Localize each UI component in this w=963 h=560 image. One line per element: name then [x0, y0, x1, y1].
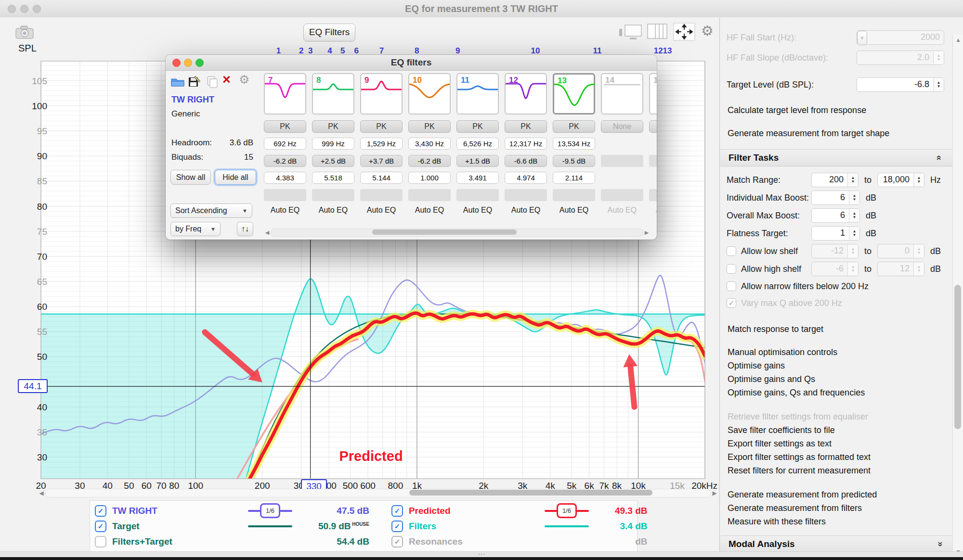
panel-action-export-filter-settings-as-formatted-text[interactable]: Export filter settings as formatted text	[728, 451, 944, 463]
filter-curve-thumbnail[interactable]: 13	[553, 73, 595, 115]
strip-scroll-right-icon[interactable]: ▶	[643, 229, 650, 236]
trace-checkbox[interactable]	[95, 536, 106, 547]
auto-eq-button[interactable]: Auto EQ	[312, 206, 354, 215]
strip-scroll-thumb[interactable]	[372, 229, 517, 235]
stepper-arrows-icon[interactable]: ▲▼	[913, 173, 924, 187]
panel-value-field[interactable]: -6.8▲▼	[857, 77, 944, 92]
panel-value-field[interactable]: 200▲▼	[811, 173, 859, 187]
checkbox[interactable]	[727, 281, 736, 291]
vscroll-thumb[interactable]	[954, 285, 961, 429]
panel-action-generate-measurement-from-filters[interactable]: Generate measurement from filters	[728, 502, 944, 514]
stepper-arrows-icon[interactable]: ▲▼	[933, 78, 944, 91]
chart-horizontal-scrollbar[interactable]: ◀ ▶	[38, 489, 718, 497]
filter-curve-thumbnail[interactable]: 9	[360, 73, 403, 115]
collapse-chevron-icon[interactable]: «	[935, 155, 945, 161]
filter-gain-field[interactable]: +2.5 dB	[312, 155, 354, 167]
panel-value-field[interactable]: 1▲▼	[811, 226, 860, 241]
filter-type-button[interactable]	[649, 120, 657, 133]
trace-checkbox[interactable]: ✓	[391, 521, 403, 532]
sort-by-select[interactable]: by Freq▼	[170, 222, 221, 236]
filter-curve-thumbnail[interactable]: 7	[264, 73, 306, 115]
filter-q-field[interactable]: 4.974	[505, 172, 547, 184]
auto-eq-button[interactable]: Auto EQ	[408, 206, 451, 215]
filter-q-field[interactable]: 5.518	[312, 172, 354, 184]
filter-q-field[interactable]: 4.383	[264, 172, 306, 184]
panel-vertical-scrollbar[interactable]: ▲ ▼	[952, 35, 963, 557]
settings-gear-icon[interactable]: ⚙	[701, 21, 714, 40]
filter-type-button[interactable]: PK	[360, 120, 403, 133]
filter-curve-thumbnail[interactable]: 14	[601, 73, 643, 115]
filter-curve-thumbnail[interactable]: 11	[456, 73, 499, 115]
filter-type-button[interactable]: PK	[264, 120, 306, 133]
filter-type-button[interactable]: PK	[505, 120, 547, 133]
copy-icon[interactable]	[206, 76, 219, 88]
filter-strip-scrollbar[interactable]: ◀ ▶	[264, 229, 650, 237]
filter-q-field[interactable]: 2.114	[553, 172, 595, 184]
sort-apply-button[interactable]: ↑↓	[237, 222, 253, 236]
expand-chevron-icon[interactable]: «	[935, 542, 945, 547]
checkbox[interactable]	[727, 246, 736, 256]
panel-action-match-response-to-target[interactable]: Match response to target	[728, 323, 944, 335]
eq-filters-button[interactable]: EQ Filters	[303, 24, 355, 41]
panel-value-field[interactable]: 6▲▼	[811, 191, 860, 205]
open-folder-icon[interactable]	[170, 76, 185, 88]
panel-action-optimise-gains-qs-and-frequencies[interactable]: Optimise gains, Qs and frequencies	[728, 386, 944, 399]
stepper-arrows-icon[interactable]: ▲▼	[849, 227, 859, 240]
filter-gain-field[interactable]: +3.7 dB	[360, 155, 403, 167]
filter-type-button[interactable]: None	[601, 120, 643, 133]
panel-action-measure-with-these-filters[interactable]: Measure with these filters	[728, 515, 944, 528]
filter-curve-thumbnail[interactable]: 12	[505, 73, 547, 115]
dialog-zoom-button[interactable]	[195, 59, 204, 67]
panel-action-manual-optimisation-controls[interactable]: Manual optimisation controls	[728, 346, 944, 358]
stepper-arrows-icon[interactable]: ▲▼	[849, 209, 859, 222]
dialog-minimize-button[interactable]	[184, 59, 192, 67]
filter-frequency-field[interactable]: 692 Hz	[264, 138, 306, 150]
filter-type-button[interactable]: PK	[312, 120, 354, 133]
columns-view-icon[interactable]	[647, 23, 668, 40]
scroll-left-arrow-icon[interactable]: ◀	[38, 490, 45, 496]
filter-type-button[interactable]: PK	[553, 120, 595, 133]
filter-frequency-field[interactable]: 999 Hz	[312, 138, 354, 150]
filter-frequency-field[interactable]: 12,317 Hz	[505, 138, 547, 150]
trace-checkbox[interactable]: ✓	[95, 521, 106, 532]
panel-action-save-filter-coefficients-to-file[interactable]: Save filter coefficients to file	[728, 424, 944, 436]
auto-eq-button[interactable]: Auto EQ	[649, 206, 657, 215]
trace-checkbox[interactable]: ✓	[391, 505, 403, 517]
equaliser-type[interactable]: Generic	[171, 109, 200, 119]
delete-x-icon[interactable]: ×	[222, 73, 231, 85]
auto-eq-button[interactable]: Auto EQ	[553, 206, 595, 215]
filter-gain-field[interactable]: +1.5 dB	[456, 155, 499, 167]
filter-frequency-field[interactable]: 3,430 Hz	[408, 138, 451, 150]
panel-action-generate-measurement-from-predicted[interactable]: Generate measurement from predicted	[728, 488, 944, 501]
pan-arrows-icon[interactable]	[673, 23, 696, 42]
strip-scroll-left-icon[interactable]: ◀	[264, 229, 271, 236]
filter-q-field[interactable]: 3.491	[456, 172, 499, 184]
scroll-up-arrow-icon[interactable]: ▲	[953, 37, 963, 43]
filter-curve-thumbnail[interactable]: 15	[649, 73, 657, 115]
panel-action-generate-measurement-from-target-shape[interactable]: Generate measurement from target shape	[728, 127, 944, 140]
filter-curve-thumbnail[interactable]: 10	[408, 73, 451, 115]
auto-eq-button[interactable]: Auto EQ	[456, 206, 499, 215]
filter-gain-field[interactable]: -6.6 dB	[505, 155, 547, 167]
filter-settings-gear-icon[interactable]: ⚙	[239, 73, 249, 86]
filter-frequency-field[interactable]: 1,529 Hz	[360, 138, 403, 150]
scroll-right-arrow-icon[interactable]: ▶	[711, 490, 718, 496]
window-layout-icon[interactable]	[619, 24, 643, 40]
hscroll-track[interactable]	[45, 489, 711, 497]
auto-eq-button[interactable]: Auto EQ	[360, 206, 403, 215]
hide-all-button[interactable]: Hide all	[215, 170, 256, 185]
capture-camera-icon[interactable]	[14, 24, 35, 39]
dialog-close-button[interactable]	[172, 59, 181, 67]
filter-frequency-field[interactable]: 6,526 Hz	[456, 138, 499, 150]
panel-value-field[interactable]: 6▲▼	[811, 208, 860, 223]
save-icon[interactable]	[188, 76, 201, 88]
trace-checkbox[interactable]: ✓	[391, 536, 403, 547]
filter-gain-field[interactable]: -6.2 dB	[408, 155, 451, 167]
sort-order-select[interactable]: Sort Ascending▼	[170, 204, 252, 218]
section-header-filter-tasks[interactable]: Filter Tasks«	[720, 149, 963, 166]
panel-action-export-filter-settings-as-text[interactable]: Export filter settings as text	[728, 437, 944, 450]
panel-value-field[interactable]: 18,000▲▼	[877, 173, 924, 187]
stepper-arrows-icon[interactable]: ▲▼	[847, 173, 858, 187]
trace-checkbox[interactable]: ✓	[95, 505, 106, 517]
panel-action-optimise-gains-and-qs[interactable]: Optimise gains and Qs	[728, 373, 944, 385]
